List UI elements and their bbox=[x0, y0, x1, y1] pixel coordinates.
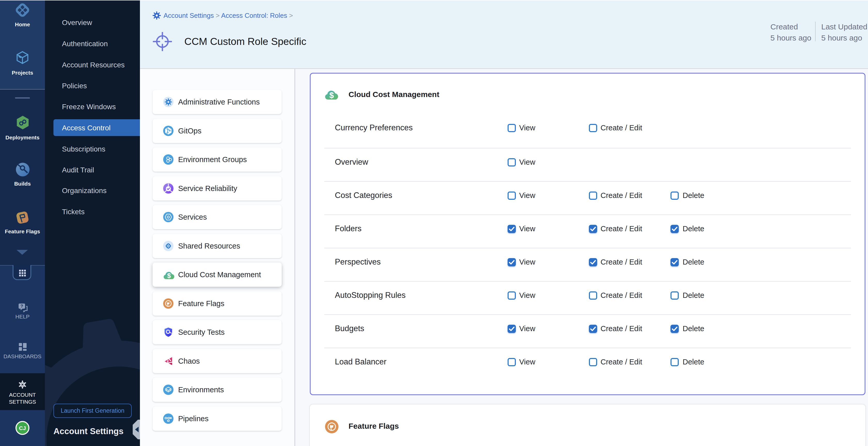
svg-text:$: $ bbox=[330, 91, 334, 100]
svg-text:$: $ bbox=[167, 272, 170, 279]
svg-text:?: ? bbox=[21, 304, 23, 309]
